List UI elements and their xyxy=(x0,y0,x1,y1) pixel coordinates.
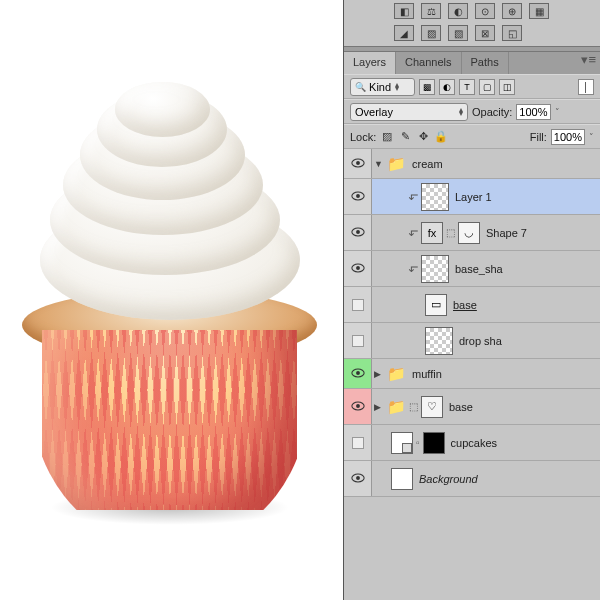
lock-transparency-icon[interactable]: ▨ xyxy=(380,130,394,143)
layer-thumbnail[interactable] xyxy=(391,468,413,490)
folder-icon: 📁 xyxy=(387,398,406,416)
visibility-off[interactable] xyxy=(352,335,364,347)
lock-position-icon[interactable]: ✥ xyxy=(416,130,430,143)
visibility-icon[interactable] xyxy=(351,473,365,485)
visibility-icon[interactable] xyxy=(351,158,365,170)
filter-pixel-icon[interactable]: ▩ xyxy=(419,79,435,95)
layers-list: ▼ 📁 cream ↳ Layer 1 xyxy=(344,149,600,497)
visibility-icon[interactable] xyxy=(351,227,365,239)
tab-channels[interactable]: Channels xyxy=(396,52,461,74)
visibility-icon[interactable] xyxy=(351,263,365,275)
tool-icon[interactable]: ⊙ xyxy=(475,3,495,19)
lock-pixels-icon[interactable]: ✎ xyxy=(398,130,412,143)
filter-adjust-icon[interactable]: ◐ xyxy=(439,79,455,95)
tab-paths[interactable]: Paths xyxy=(462,52,509,74)
layer-cupcakes[interactable]: ▫ cupcakes xyxy=(344,425,600,461)
visibility-off[interactable] xyxy=(352,299,364,311)
tool-icon[interactable]: ⚖ xyxy=(421,3,441,19)
folder-icon: 📁 xyxy=(387,365,406,383)
filter-type-icon[interactable]: T xyxy=(459,79,475,95)
disclosure-icon[interactable]: ▼ xyxy=(374,159,384,169)
disclosure-icon[interactable]: ▶ xyxy=(374,369,384,379)
layer-base-sha[interactable]: ↳ base_sha xyxy=(344,251,600,287)
fx-badge[interactable]: fx xyxy=(421,222,443,244)
layer-group-muffin[interactable]: ▶ 📁 muffin xyxy=(344,359,600,389)
folder-icon: 📁 xyxy=(387,155,406,173)
clip-arrow-icon: ↳ xyxy=(406,192,420,202)
layer-drop-sha[interactable]: drop sha xyxy=(344,323,600,359)
layer-background[interactable]: Background xyxy=(344,461,600,497)
filter-shape-icon[interactable]: ▢ xyxy=(479,79,495,95)
cupcake-artwork xyxy=(10,80,330,300)
tool-icon[interactable]: ▦ xyxy=(529,3,549,19)
tool-icon[interactable]: ▧ xyxy=(448,25,468,41)
layer-base-shape[interactable]: ▭ base xyxy=(344,287,600,323)
panel-menu-icon[interactable]: ▾≡ xyxy=(577,52,600,74)
tool-icon[interactable]: ◢ xyxy=(394,25,414,41)
shape-thumbnail[interactable]: ▭ xyxy=(425,294,447,316)
canvas-area xyxy=(0,0,343,600)
smart-object-thumbnail[interactable] xyxy=(391,432,413,454)
tool-icon[interactable]: ◧ xyxy=(394,3,414,19)
clip-arrow-icon: ↳ xyxy=(406,264,420,274)
link-icon[interactable]: ▫ xyxy=(416,437,420,448)
layer-group-base[interactable]: ▶ 📁 ⬚ ♡ base xyxy=(344,389,600,425)
tool-icon[interactable]: ⊠ xyxy=(475,25,495,41)
opacity-input[interactable]: 100% xyxy=(516,104,550,120)
svg-point-1 xyxy=(356,161,360,165)
layer-mask[interactable] xyxy=(423,432,445,454)
layer-thumbnail[interactable] xyxy=(421,183,449,211)
svg-point-3 xyxy=(356,194,360,198)
vector-mask[interactable]: ◡ xyxy=(458,222,480,244)
tool-icon[interactable]: ▨ xyxy=(421,25,441,41)
layer-layer1[interactable]: ↳ Layer 1 xyxy=(344,179,600,215)
filter-kind-select[interactable]: 🔍 Kind▴▾ xyxy=(350,78,415,96)
visibility-off[interactable] xyxy=(352,437,364,449)
svg-point-13 xyxy=(356,476,360,480)
svg-point-11 xyxy=(356,404,360,408)
panel-tabs: Layers Channels Paths ▾≡ xyxy=(344,52,600,74)
link-icon[interactable]: ⬚ xyxy=(446,227,455,238)
layer-shape7[interactable]: ↳ fx ⬚ ◡ Shape 7 xyxy=(344,215,600,251)
layer-thumbnail[interactable] xyxy=(421,255,449,283)
svg-point-7 xyxy=(356,266,360,270)
filter-row: 🔍 Kind▴▾ ▩ ◐ T ▢ ◫ │ xyxy=(344,74,600,99)
disclosure-icon[interactable]: ▶ xyxy=(374,402,384,412)
svg-point-9 xyxy=(356,371,360,375)
clip-arrow-icon: ↳ xyxy=(406,228,420,238)
lock-label: Lock: xyxy=(350,131,376,143)
group-mask[interactable]: ♡ xyxy=(421,396,443,418)
layer-thumbnail[interactable] xyxy=(425,327,453,355)
opacity-label: Opacity: xyxy=(472,106,512,118)
fill-input[interactable]: 100% xyxy=(551,129,585,145)
visibility-icon[interactable] xyxy=(351,401,365,413)
svg-point-5 xyxy=(356,230,360,234)
options-icons-row2: ◢ ▨ ▧ ⊠ ◱ xyxy=(344,22,600,44)
fill-label: Fill: xyxy=(530,131,547,143)
filter-smart-icon[interactable]: ◫ xyxy=(499,79,515,95)
filter-toggle[interactable]: │ xyxy=(578,79,594,95)
layer-group-cream[interactable]: ▼ 📁 cream xyxy=(344,149,600,179)
link-icon[interactable]: ⬚ xyxy=(409,401,418,412)
tool-icon[interactable]: ⊕ xyxy=(502,3,522,19)
visibility-icon[interactable] xyxy=(351,191,365,203)
tool-icon[interactable]: ◱ xyxy=(502,25,522,41)
tool-icon[interactable]: ◐ xyxy=(448,3,468,19)
tab-layers[interactable]: Layers xyxy=(344,52,396,74)
blend-mode-select[interactable]: Overlay▴▾ xyxy=(350,103,468,121)
options-icons-row1: ◧ ⚖ ◐ ⊙ ⊕ ▦ xyxy=(344,0,600,22)
visibility-icon[interactable] xyxy=(351,368,365,380)
lock-all-icon[interactable]: 🔒 xyxy=(434,130,448,143)
